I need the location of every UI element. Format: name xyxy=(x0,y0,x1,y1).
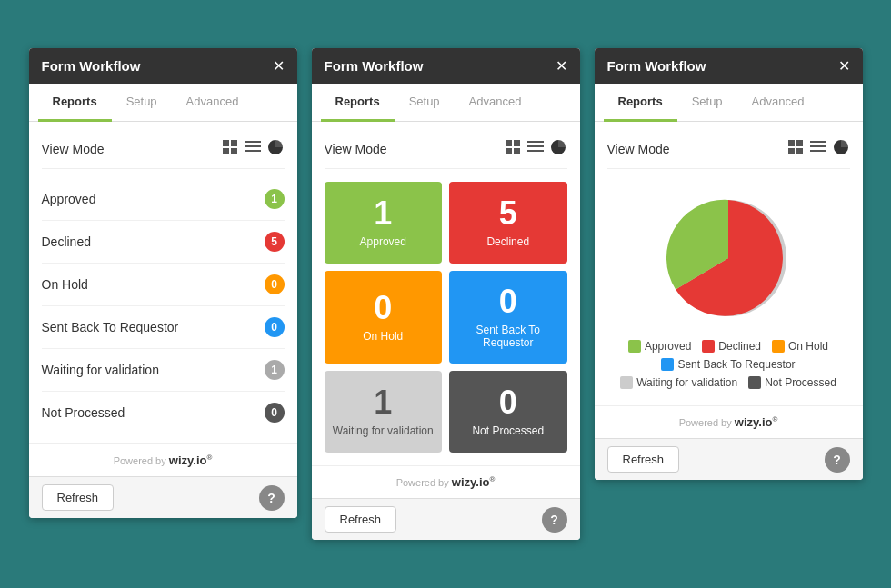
grid-card-declined[interactable]: 5 Declined xyxy=(449,182,567,264)
legend-label-sentback: Sent Back To Requestor xyxy=(677,358,795,371)
svg-rect-4 xyxy=(245,141,261,143)
powered-by-1: Powered by wizy.io® xyxy=(114,453,213,467)
svg-rect-5 xyxy=(245,145,261,147)
panel-chart-close[interactable]: ✕ xyxy=(838,57,850,75)
legend-notprocessed: Not Processed xyxy=(748,376,836,389)
view-mode-row-1: View Mode xyxy=(42,131,285,169)
list-item-sentback-label: Sent Back To Requestor xyxy=(42,320,179,334)
grid-card-sentback[interactable]: 0 Sent Back To Requestor xyxy=(449,271,567,364)
list-item-approved-label: Approved xyxy=(42,192,96,206)
refresh-button-2[interactable]: Refresh xyxy=(325,506,397,533)
grid-card-onhold[interactable]: 0 On Hold xyxy=(325,271,443,364)
list-item-sentback-badge: 0 xyxy=(265,317,285,337)
panel-chart-body: View Mode xyxy=(595,122,863,405)
list-view-icon-2[interactable] xyxy=(527,140,544,159)
grid-card-declined-label: Declined xyxy=(486,235,529,248)
list-item-onhold[interactable]: On Hold 0 xyxy=(42,264,285,306)
grid-card-sentback-label: Sent Back To Requestor xyxy=(456,324,560,349)
help-icon-1[interactable]: ? xyxy=(259,485,285,511)
list-item-sentback[interactable]: Sent Back To Requestor 0 xyxy=(42,306,285,349)
svg-rect-14 xyxy=(788,140,795,146)
panel-grid-close[interactable]: ✕ xyxy=(556,57,567,75)
legend-declined: Declined xyxy=(702,340,761,353)
panel-list-body: View Mode Ap xyxy=(29,122,297,443)
list-item-waiting[interactable]: Waiting for validation 1 xyxy=(42,349,285,392)
chart-view-icon-1[interactable] xyxy=(266,138,285,161)
chart-view-icon-3[interactable] xyxy=(832,138,850,161)
view-mode-row-3: View Mode xyxy=(607,131,850,169)
chart-view-icon-2[interactable] xyxy=(549,138,567,161)
list-view-icon-1[interactable] xyxy=(245,140,261,159)
legend-sentback: Sent Back To Requestor xyxy=(661,358,795,371)
grid-card-notprocessed-count: 0 xyxy=(499,386,517,419)
tab-reports-1[interactable]: Reports xyxy=(38,84,112,122)
tab-advanced-1[interactable]: Advanced xyxy=(172,84,254,122)
svg-rect-2 xyxy=(223,148,229,154)
panel-list-title: Form Workflow xyxy=(42,58,141,74)
grid-card-declined-count: 5 xyxy=(499,197,517,230)
panel-list-close[interactable]: ✕ xyxy=(273,57,285,75)
panel-chart-header: Form Workflow ✕ xyxy=(595,48,863,84)
grid-view-icon-3[interactable] xyxy=(788,140,805,159)
svg-rect-7 xyxy=(506,140,512,146)
help-icon-2[interactable]: ? xyxy=(542,507,567,533)
tab-reports-3[interactable]: Reports xyxy=(604,84,677,122)
list-item-notprocessed[interactable]: Not Processed 0 xyxy=(42,392,285,434)
tab-setup-1[interactable]: Setup xyxy=(112,84,172,122)
panel-list-header: Form Workflow ✕ xyxy=(29,48,297,84)
list-item-notprocessed-label: Not Processed xyxy=(42,405,125,420)
tab-reports-2[interactable]: Reports xyxy=(321,84,395,122)
list-view-icon-3[interactable] xyxy=(810,140,826,159)
legend-waiting: Waiting for validation xyxy=(620,376,737,389)
list-item-approved[interactable]: Approved 1 xyxy=(42,178,285,221)
svg-rect-17 xyxy=(796,148,803,154)
help-icon-3[interactable]: ? xyxy=(825,447,850,473)
panel-list-actions: Refresh ? xyxy=(29,476,297,518)
powered-by-2: Powered by wizy.io® xyxy=(396,475,496,489)
grid-card-waiting-count: 1 xyxy=(374,386,392,419)
chart-legend: Approved Declined On Hold Sent Back To R… xyxy=(607,340,850,389)
svg-rect-8 xyxy=(514,140,520,146)
legend-dot-waiting xyxy=(620,376,633,389)
refresh-button-3[interactable]: Refresh xyxy=(607,446,680,473)
list-item-approved-badge: 1 xyxy=(265,189,285,209)
tab-setup-2[interactable]: Setup xyxy=(395,84,455,122)
panel-grid-header: Form Workflow ✕ xyxy=(312,48,580,84)
list-item-notprocessed-badge: 0 xyxy=(265,403,285,423)
panel-grid-actions: Refresh ? xyxy=(312,498,580,540)
tab-advanced-3[interactable]: Advanced xyxy=(737,84,819,122)
view-mode-icons-2 xyxy=(506,138,567,161)
grid-view-icon-1[interactable] xyxy=(223,140,239,159)
legend-approved: Approved xyxy=(628,340,691,353)
view-mode-label-1: View Mode xyxy=(42,142,105,156)
panel-chart: Form Workflow ✕ Reports Setup Advanced V… xyxy=(595,48,863,480)
svg-rect-12 xyxy=(527,145,544,147)
svg-rect-9 xyxy=(506,148,512,154)
list-item-waiting-badge: 1 xyxy=(265,360,285,380)
powered-by-3: Powered by wizy.io® xyxy=(679,415,778,429)
panels-container: Form Workflow ✕ Reports Setup Advanced V… xyxy=(29,48,863,540)
svg-rect-13 xyxy=(527,150,544,152)
refresh-button-1[interactable]: Refresh xyxy=(42,484,115,511)
tab-advanced-2[interactable]: Advanced xyxy=(455,84,536,122)
legend-label-notprocessed: Not Processed xyxy=(765,376,836,389)
list-item-declined[interactable]: Declined 5 xyxy=(42,221,285,264)
panel-grid-footer: Powered by wizy.io® xyxy=(312,465,580,498)
svg-rect-11 xyxy=(527,141,544,143)
panel-chart-actions: Refresh ? xyxy=(595,438,863,480)
tab-setup-3[interactable]: Setup xyxy=(677,84,737,122)
grid-card-approved[interactable]: 1 Approved xyxy=(325,182,443,264)
grid-card-notprocessed[interactable]: 0 Not Processed xyxy=(449,371,567,453)
svg-rect-20 xyxy=(810,150,826,152)
svg-rect-18 xyxy=(810,141,826,143)
legend-onhold: On Hold xyxy=(772,340,828,353)
legend-label-approved: Approved xyxy=(645,340,691,353)
legend-dot-declined xyxy=(702,340,715,353)
panel-grid-body: View Mode xyxy=(312,122,580,465)
legend-dot-onhold xyxy=(772,340,785,353)
grid-card-waiting[interactable]: 1 Waiting for validation xyxy=(325,371,443,453)
pie-chart xyxy=(656,185,801,331)
grid-card-onhold-label: On Hold xyxy=(363,330,403,343)
grid-view-icon-2[interactable] xyxy=(506,140,522,159)
panel-chart-title: Form Workflow xyxy=(607,58,706,74)
